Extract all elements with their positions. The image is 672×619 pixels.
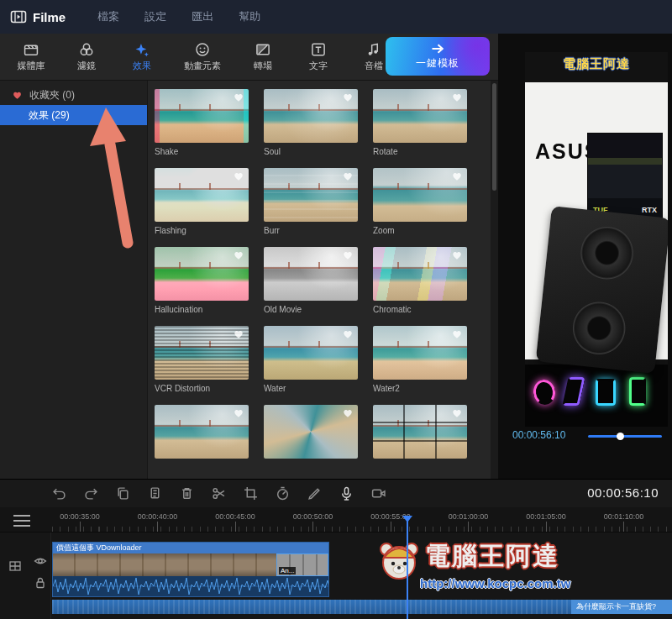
preview-video[interactable]: 電腦王阿達 ASUS TUF RTX: [525, 52, 668, 427]
text-icon: [311, 42, 326, 57]
effect-card-flashing[interactable]: Flashing: [155, 168, 249, 235]
favorite-heart-icon[interactable]: [342, 92, 354, 102]
voiceover-mic-icon[interactable]: [339, 486, 354, 501]
record-camera-icon[interactable]: [371, 486, 386, 501]
split-scissors-icon[interactable]: [212, 486, 226, 501]
effect-card-vcr-distortion[interactable]: VCR Distortion: [155, 326, 249, 393]
ruler-label: 00:01:00:00: [449, 512, 489, 521]
menubar: Filme 檔案 設定 匯出 幫助: [0, 0, 672, 34]
sidebar-item-favorites[interactable]: 收藏夾 (0): [0, 85, 147, 105]
ruler-label: 00:01:05:00: [526, 512, 566, 521]
filters-icon: [79, 42, 94, 57]
watermark-url: http://www.kocpc.com.tw: [420, 576, 570, 590]
effect-card-partial-3[interactable]: [373, 405, 467, 459]
favorite-heart-icon[interactable]: [342, 170, 354, 181]
neon-shape-violet: [562, 377, 585, 406]
menu-export[interactable]: 匯出: [192, 9, 213, 24]
timeline-ruler[interactable]: 00:00:35:00 00:00:40:00 00:00:45:00 00:0…: [0, 507, 672, 532]
draw-pen-icon[interactable]: [307, 486, 322, 501]
effects-grid: Shake Soul Rotate Flashing: [148, 81, 491, 459]
clip-audio-waveform: [53, 576, 328, 596]
playhead[interactable]: [407, 516, 408, 619]
tab-filters[interactable]: 濾鏡: [62, 42, 111, 72]
paste-icon[interactable]: [148, 486, 162, 501]
timeline-toolbar: 00:00:56:10: [0, 479, 672, 507]
next-clip-label[interactable]: 為什麼顯示卡一直缺貨?: [571, 600, 672, 614]
redo-icon[interactable]: [84, 486, 98, 501]
filme-app-window: Filme 檔案 設定 匯出 幫助 媒體庫 濾鏡 效果: [0, 0, 672, 619]
preview-panel: 電腦王阿達 ASUS TUF RTX 00:00:56:10: [498, 34, 672, 479]
favorite-heart-icon[interactable]: [233, 92, 244, 102]
favorite-heart-icon[interactable]: [342, 249, 354, 260]
effects-scrollbar[interactable]: [491, 81, 498, 479]
effect-card-water[interactable]: Water: [264, 326, 358, 393]
tab-text[interactable]: 文字: [294, 42, 343, 72]
favorite-heart-icon[interactable]: [451, 328, 463, 339]
menu-file[interactable]: 檔案: [97, 9, 119, 24]
effect-label: Water2: [373, 384, 467, 393]
effect-card-partial-1[interactable]: [155, 405, 249, 459]
favorite-heart-icon[interactable]: [342, 407, 354, 418]
effect-card-soul[interactable]: Soul: [264, 89, 358, 156]
seek-knob[interactable]: [617, 433, 624, 440]
filme-logo-icon: [10, 8, 27, 25]
elements-icon: [195, 42, 210, 57]
app-title: Filme: [33, 10, 66, 24]
media-library-icon: [24, 42, 39, 57]
favorites-label: 收藏夾 (0): [29, 88, 75, 102]
delete-icon[interactable]: [180, 486, 194, 501]
effect-card-shake[interactable]: Shake: [155, 89, 249, 156]
sidebar-item-effects[interactable]: 效果 (29): [0, 105, 147, 125]
sub-clip[interactable]: An...: [276, 553, 328, 576]
track-menu-icon[interactable]: [13, 511, 30, 530]
undo-icon[interactable]: [52, 486, 66, 501]
tab-effects[interactable]: 效果: [118, 42, 166, 72]
favorite-heart-icon[interactable]: [451, 170, 463, 181]
tab-label: 文字: [309, 60, 328, 72]
effect-label: VCR Distortion: [155, 384, 249, 393]
tab-media-library[interactable]: 媒體庫: [7, 42, 55, 72]
track-visibility-eye-icon[interactable]: [34, 554, 47, 568]
clip-filmstrip: An...: [53, 553, 328, 576]
favorite-heart-icon[interactable]: [233, 328, 244, 339]
crop-icon[interactable]: [244, 486, 258, 501]
tab-elements[interactable]: 動畫元素: [173, 42, 232, 72]
scrollbar-thumb[interactable]: [492, 83, 496, 191]
toolbar-icons: [52, 486, 386, 501]
sub-clip-label: An...: [279, 567, 296, 574]
effect-card-rotate[interactable]: Rotate: [373, 89, 467, 156]
video-clip[interactable]: 價值這個事 VDownloader An...: [52, 542, 329, 597]
audio-icon: [366, 42, 381, 57]
effect-card-zoom[interactable]: Zoom: [373, 168, 467, 235]
effect-card-water2[interactable]: Water2: [373, 326, 467, 393]
one-click-template-button[interactable]: 一鍵模板: [386, 37, 490, 76]
effect-card-hallucination[interactable]: Hallucination: [155, 247, 249, 314]
menu-settings[interactable]: 設定: [144, 9, 166, 24]
favorite-heart-icon[interactable]: [451, 249, 463, 260]
preview-timecode: 00:00:56:10: [512, 429, 565, 441]
preview-seek-slider[interactable]: [588, 435, 662, 438]
favorite-heart-icon[interactable]: [451, 407, 463, 418]
copy-icon[interactable]: [116, 486, 130, 501]
favorite-heart-icon[interactable]: [233, 170, 244, 181]
track-lock-icon[interactable]: [34, 576, 47, 590]
ruler-label: 00:01:10:00: [604, 512, 644, 521]
menu-help[interactable]: 幫助: [239, 9, 260, 24]
effect-card-burr[interactable]: Burr: [264, 168, 358, 235]
video-channel-title: 電腦王阿達: [525, 56, 668, 72]
tab-label: 濾鏡: [77, 60, 96, 72]
favorite-heart-icon[interactable]: [233, 249, 244, 260]
tab-transitions[interactable]: 轉場: [239, 42, 287, 72]
effect-card-old-movie[interactable]: Old Movie: [264, 247, 358, 314]
effect-card-chromatic[interactable]: Chromatic: [373, 247, 467, 314]
effect-card-partial-2[interactable]: [264, 405, 358, 459]
transitions-icon: [255, 42, 270, 57]
track-thumbnail-view-icon[interactable]: [8, 559, 22, 573]
favorite-heart-icon[interactable]: [342, 328, 354, 339]
watermark-title: 電腦王阿達: [425, 539, 559, 574]
favorite-heart-icon[interactable]: [233, 407, 244, 418]
speed-icon[interactable]: [276, 486, 290, 501]
neon-shape-pink: [532, 378, 557, 406]
favorite-heart-icon[interactable]: [451, 92, 463, 102]
ruler-label: 00:00:50:00: [293, 512, 333, 521]
